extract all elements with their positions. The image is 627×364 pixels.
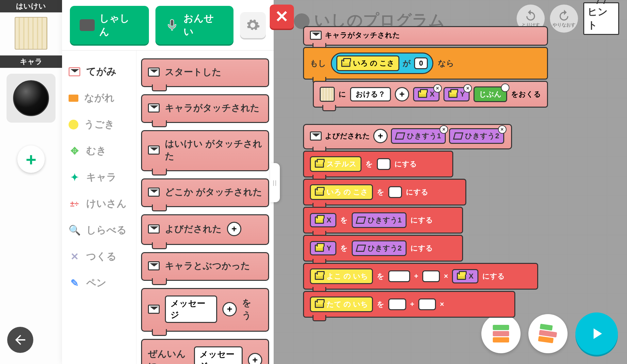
hint-label: ヒント [583, 2, 619, 35]
audio-button[interactable]: おんせい [155, 6, 233, 44]
category-chara[interactable]: ✦キャラ [62, 164, 136, 190]
block-bg-touched[interactable]: はいけい がタッチされた [141, 130, 269, 171]
bottom-controls [481, 312, 618, 355]
arg2-ref[interactable]: ひきすう2 [352, 240, 407, 256]
num-field[interactable]: 0 [388, 186, 402, 198]
set-stealth-block[interactable]: ステルス を1にする [303, 151, 453, 177]
message-field[interactable]: メッセージ [165, 296, 217, 323]
category-tsukuru[interactable]: ✕つくる [62, 243, 136, 270]
var-x[interactable]: X [452, 269, 478, 283]
settings-button[interactable] [240, 12, 266, 38]
category-shiraberu[interactable]: 🔍しらべる [62, 217, 136, 243]
close-panel-button[interactable]: ✕ [270, 5, 294, 29]
category-pen[interactable]: ✎ペン [62, 270, 136, 296]
plus-icon[interactable]: + [227, 222, 241, 236]
remove-icon[interactable]: × [501, 83, 509, 92]
var-x[interactable]: X [310, 213, 336, 227]
plus-icon[interactable]: + [395, 87, 409, 101]
chara-thumb-selected[interactable] [7, 74, 56, 123]
category-nagare[interactable]: ながれ [62, 85, 136, 111]
block-collided[interactable]: キャラとぶつかった [141, 252, 269, 281]
block-label: キャラがタッチされた [325, 30, 400, 40]
block-palette-panel: しゃしん おんせい てがみ ながれ うごき ✥むき ✦キャラ ±÷けいさん 🔍し… [62, 0, 274, 364]
block-broadcast-all[interactable]: ぜんいんにメッセージ+ [141, 339, 269, 364]
var-stealth[interactable]: ステルス [310, 156, 362, 172]
category-muki[interactable]: ✥むき [62, 138, 136, 164]
pen-icon: ✎ [69, 277, 80, 289]
category-label: しらべる [86, 223, 127, 237]
remove-icon[interactable]: × [498, 125, 506, 134]
block-send-message[interactable]: メッセージ+を う [141, 288, 269, 332]
message-field[interactable]: メッセージ [194, 346, 243, 364]
hat-chara-touched[interactable]: キャラがタッチされた [303, 26, 548, 46]
set-iro-block[interactable]: いろ の こさ を0にする [303, 179, 466, 205]
plus-icon[interactable]: + [248, 353, 262, 364]
workspace-canvas[interactable]: いしのプログラム とりけす やりなおす ヒント キャラがタッチされた もし いろ… [274, 0, 627, 364]
num-field[interactable]: 60 [418, 298, 436, 310]
photo-button-label: しゃしん [99, 12, 139, 38]
txt: をおくる [511, 89, 541, 99]
num-field[interactable]: 190 [388, 270, 410, 282]
if-block[interactable]: もし いろ の こさ が 0 なら [303, 47, 548, 80]
num-field[interactable]: 20 [388, 298, 406, 310]
category-label: てがみ [86, 65, 117, 78]
cleanup-button[interactable] [481, 314, 521, 353]
remove-icon[interactable]: × [440, 125, 448, 134]
num-field[interactable]: 60 [422, 270, 440, 282]
var-iro[interactable]: いろ の こさ [310, 184, 373, 200]
set-x-block[interactable]: X を ひきすう1 にする [303, 207, 463, 234]
arg1-pill[interactable]: ひきすう1× [391, 128, 446, 144]
add-character-button[interactable]: + [17, 145, 45, 173]
num-field[interactable]: 0 [414, 57, 428, 69]
block-label: を う [242, 297, 262, 322]
mail-icon [148, 68, 160, 77]
block-somewhere-touched[interactable]: どこか がタッチされた [141, 178, 269, 207]
script-2[interactable]: よびだされた + ひきすう1× ひきすう2× ステルス を1にする いろ の こ… [303, 124, 538, 318]
background-thumb[interactable] [15, 17, 47, 50]
redo-button[interactable]: やりなおす [550, 5, 578, 33]
var-iro[interactable]: いろ の こさ [336, 55, 399, 71]
script-1[interactable]: キャラがタッチされた もし いろ の こさ が 0 なら に おける？ + X×… [303, 26, 548, 108]
send-message-block[interactable]: に おける？ + X× Y× じぶん× をおくる [313, 81, 548, 108]
arg2-pill[interactable]: ひきすう2× [449, 128, 504, 144]
set-tate-block[interactable]: たて の いち を 20 + 60 × [303, 291, 515, 318]
back-button[interactable] [7, 327, 33, 353]
remove-icon[interactable]: × [433, 84, 442, 93]
hat-called[interactable]: よびだされた + ひきすう1× ひきすう2× [303, 124, 512, 149]
condition-pill[interactable]: いろ の こさ が 0 [331, 53, 433, 74]
set-yoko-block[interactable]: よこ の いち を 190 + 60 × X にする [303, 263, 538, 290]
remove-icon[interactable]: × [463, 84, 472, 93]
play-button[interactable] [575, 312, 618, 355]
var-yoko[interactable]: よこ の いち [310, 268, 373, 284]
character-sidebar: はいけい キャラ + [0, 0, 62, 364]
block-called[interactable]: よびだされた+ [141, 214, 269, 245]
var-x[interactable]: X× [413, 87, 440, 101]
block-chara-touched[interactable]: キャラがタッチされた [141, 94, 269, 123]
category-ugoki[interactable]: うごき [62, 111, 136, 138]
panel-drag-handle[interactable] [270, 163, 280, 202]
target-thumb[interactable] [320, 87, 335, 102]
category-tegami[interactable]: てがみ [62, 58, 136, 85]
num-field[interactable]: 1 [377, 158, 391, 170]
plus-icon[interactable]: + [222, 302, 237, 316]
mail-icon [310, 31, 322, 40]
if-post: なら [438, 58, 454, 68]
mail-icon [310, 131, 322, 141]
audio-button-label: おんせい [184, 12, 224, 38]
photo-button[interactable]: しゃしん [70, 6, 149, 44]
set-y-block[interactable]: Y を ひきすう2 にする [303, 235, 463, 262]
arg1-ref[interactable]: ひきすう1 [352, 212, 407, 228]
var-tate[interactable]: たて の いち [310, 296, 373, 312]
plus-icon[interactable]: + [373, 129, 388, 143]
background-label: はいけい [0, 0, 62, 12]
hint-button[interactable]: ヒント [583, 5, 619, 33]
panel-header: しゃしん おんせい [62, 0, 274, 51]
self-pill[interactable]: じぶん× [474, 86, 507, 102]
category-keisan[interactable]: ±÷けいさん [62, 190, 136, 217]
var-y[interactable]: Y [310, 241, 336, 255]
block-start[interactable]: スタートした [141, 58, 269, 87]
microphone-icon [165, 18, 179, 32]
message-field[interactable]: おける？ [350, 87, 391, 101]
fold-button[interactable] [528, 314, 568, 353]
var-y[interactable]: Y× [443, 87, 470, 101]
